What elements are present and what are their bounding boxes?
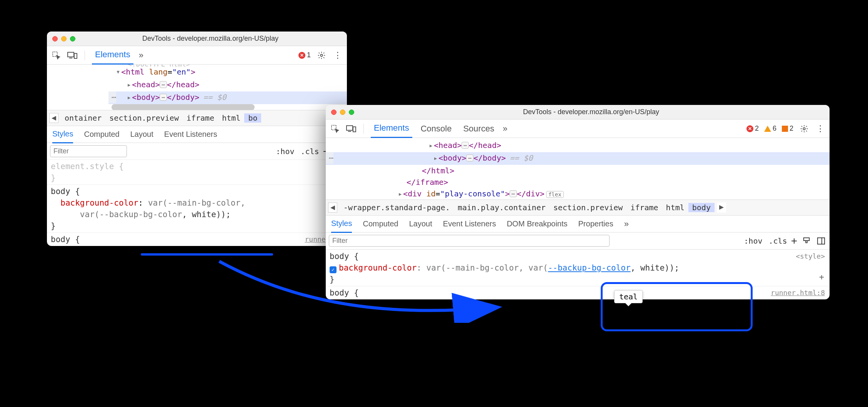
disclosure-icon[interactable]: ▶ — [128, 79, 130, 91]
warning-icon — [764, 126, 771, 132]
tab-sources[interactable]: Sources — [460, 120, 497, 138]
kebab-icon[interactable]: ⋮ — [332, 50, 343, 61]
annotation-arrow-icon — [215, 250, 508, 323]
tab-styles[interactable]: Styles — [331, 215, 352, 233]
ellipsis-icon[interactable]: ⋯ — [160, 81, 167, 88]
device-toggle-icon[interactable] — [67, 50, 78, 61]
row-overflow-icon: ⋯ — [326, 152, 333, 164]
inspect-icon[interactable] — [51, 50, 62, 61]
hov-toggle[interactable]: :hov — [276, 147, 294, 156]
crumb-wrapper[interactable]: -wrapper.standard-page. — [340, 203, 454, 212]
gear-icon[interactable] — [799, 123, 810, 134]
scrollbar[interactable] — [112, 104, 255, 110]
add-property-icon[interactable]: + — [819, 271, 824, 283]
tab-event-listeners[interactable]: Event Listeners — [164, 126, 217, 143]
zoom-window-icon[interactable] — [70, 36, 75, 42]
disclosure-icon[interactable]: ▶ — [430, 140, 432, 151]
device-toggle-icon[interactable] — [346, 123, 357, 134]
error-count[interactable]: ✕2 — [746, 125, 759, 133]
kebab-icon[interactable]: ⋮ — [815, 123, 826, 134]
tab-layout[interactable]: Layout — [130, 126, 153, 143]
selected-node-marker: == $0 — [510, 153, 533, 163]
style-rule-body-2[interactable]: runner.ht body { — [47, 233, 347, 246]
dom-tree[interactable]: <!DOCTYPE html> ▶<html lang="en"> ▶<head… — [47, 65, 347, 110]
crumb-body[interactable]: bo — [244, 113, 261, 123]
tab-console[interactable]: Console — [418, 120, 455, 138]
crumb-container[interactable]: ontainer — [61, 113, 105, 123]
crumb-iframe[interactable]: iframe — [626, 203, 662, 212]
tab-elements[interactable]: Elements — [371, 119, 412, 138]
tab-event-listeners[interactable]: Event Listeners — [443, 216, 496, 232]
svg-rect-11 — [804, 238, 810, 240]
devtools-window-1: DevTools - developer.mozilla.org/en-US/p… — [47, 32, 347, 246]
tab-layout[interactable]: Layout — [409, 216, 432, 232]
style-rule-elementstyle[interactable]: element.style {} — [47, 160, 347, 184]
tab-dom-breakpoints[interactable]: DOM Breakpoints — [507, 216, 568, 232]
warning-count[interactable]: 6 — [764, 125, 776, 133]
crumb-iframe[interactable]: iframe — [183, 113, 218, 123]
tab-properties[interactable]: Properties — [578, 216, 613, 232]
crumb-main[interactable]: main.play.container — [454, 203, 550, 212]
tab-computed[interactable]: Computed — [84, 126, 119, 143]
error-count[interactable]: ✕ 1 — [298, 51, 311, 59]
ellipsis-icon[interactable]: ⋯ — [461, 142, 468, 149]
sidebar-toggle-icon[interactable] — [816, 236, 826, 246]
hov-toggle[interactable]: :hov — [744, 236, 762, 246]
css-var-tooltip: teal — [614, 290, 643, 303]
prop-name[interactable]: background-color — [60, 198, 138, 208]
divider — [85, 50, 85, 60]
svg-rect-1 — [68, 52, 74, 57]
ellipsis-icon[interactable]: ⋯ — [466, 154, 473, 161]
disclosure-icon[interactable]: ▶ — [399, 188, 402, 199]
disclosure-icon[interactable]: ▶ — [113, 71, 124, 73]
svg-rect-9 — [353, 127, 356, 132]
minimize-window-icon[interactable] — [340, 110, 345, 115]
window-title: DevTools - developer.mozilla.org/en-US/p… — [79, 35, 342, 43]
crumb-section[interactable]: section.preview — [550, 203, 627, 212]
more-subtabs-icon[interactable]: » — [624, 219, 629, 229]
cls-toggle[interactable]: .cls — [300, 147, 319, 156]
svg-point-10 — [803, 128, 805, 130]
tab-elements[interactable]: Elements — [92, 46, 133, 65]
inspect-icon[interactable] — [330, 123, 340, 134]
minimize-window-icon[interactable] — [61, 36, 67, 42]
svg-rect-7 — [347, 126, 353, 130]
cls-toggle[interactable]: .cls — [768, 236, 787, 246]
crumb-body[interactable]: body — [688, 203, 715, 212]
brush-icon[interactable] — [801, 236, 812, 246]
tab-computed[interactable]: Computed — [363, 216, 398, 232]
crumb-section[interactable]: section.preview — [105, 113, 183, 123]
filter-input[interactable] — [329, 235, 610, 247]
new-rule-icon[interactable]: + — [791, 235, 797, 247]
window-title: DevTools - developer.mozilla.org/en-US/p… — [358, 108, 824, 116]
more-tabs-icon[interactable]: » — [503, 124, 507, 134]
zoom-window-icon[interactable] — [349, 110, 354, 115]
ellipsis-icon[interactable]: ⋯ — [160, 94, 167, 101]
filter-input[interactable] — [50, 145, 127, 157]
disclosure-icon[interactable]: ▶ — [434, 153, 437, 164]
style-rule-body[interactable]: <st body { background-color: var(--main-… — [47, 184, 347, 233]
breadcrumb: ◀ ontainer section.preview iframe html b… — [47, 110, 347, 126]
flex-badge[interactable]: flex — [546, 191, 564, 198]
crumb-html[interactable]: html — [218, 113, 244, 123]
close-window-icon[interactable] — [331, 110, 337, 115]
styles-toolbar: :hov .cls + — [326, 233, 830, 249]
crumb-prev-icon[interactable]: ◀ — [328, 203, 337, 213]
source-link[interactable]: <style> — [796, 251, 825, 262]
error-icon: ✕ — [746, 125, 753, 132]
dom-tree[interactable]: ▶<head>⋯</head> ⋯ ▶<body>⋯</body>== $0 <… — [326, 138, 830, 199]
source-link[interactable]: runner.html:8 — [771, 287, 825, 299]
ellipsis-icon[interactable]: ⋯ — [510, 190, 516, 197]
crumb-next-icon[interactable]: ▶ — [717, 203, 726, 213]
close-window-icon[interactable] — [52, 36, 58, 42]
titlebar: DevTools - developer.mozilla.org/en-US/p… — [326, 105, 830, 120]
gear-icon[interactable] — [316, 50, 327, 61]
tab-styles[interactable]: Styles — [52, 126, 73, 143]
crumb-prev-icon[interactable]: ◀ — [49, 113, 58, 123]
css-var-link[interactable]: --backup-bg-color — [548, 263, 631, 272]
styles-subtabs: Styles Computed Layout Event Listeners D… — [326, 216, 830, 233]
issue-count[interactable]: 2 — [782, 125, 793, 133]
disclosure-icon[interactable]: ▶ — [128, 92, 130, 103]
crumb-html[interactable]: html — [662, 203, 688, 212]
more-tabs-icon[interactable]: » — [139, 50, 143, 60]
